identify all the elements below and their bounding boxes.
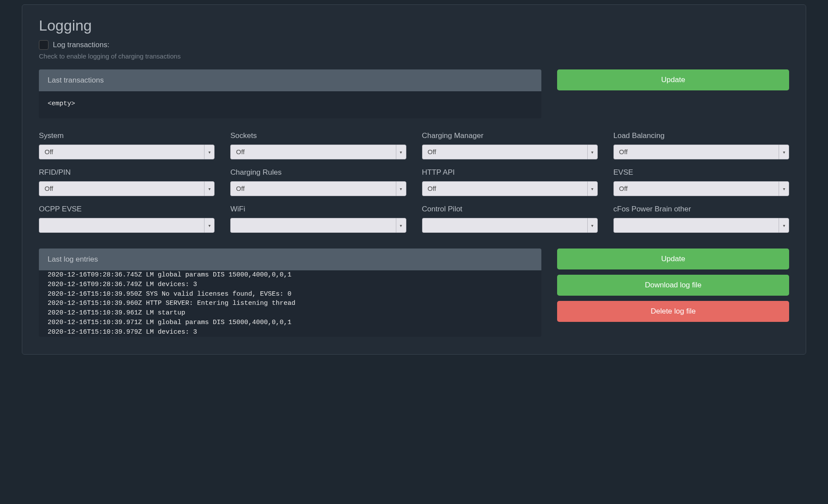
select-group-evse: EVSEOff▾ (613, 168, 789, 196)
select-label: Charging Rules (230, 168, 406, 177)
select-label: Charging Manager (422, 131, 598, 140)
update-log-button[interactable]: Update (557, 249, 789, 269)
select-group-cfos-power-brain-other: cFos Power Brain other▾ (613, 205, 789, 233)
select-group-ocpp-evse: OCPP EVSE▾ (39, 205, 215, 233)
select-label: Sockets (230, 131, 406, 140)
select-label: RFID/PIN (39, 168, 215, 177)
select-value[interactable]: Off (422, 145, 587, 159)
select-group-control-pilot: Control Pilot▾ (422, 205, 598, 233)
select-label: Control Pilot (422, 205, 598, 214)
chevron-down-icon[interactable]: ▾ (396, 181, 406, 196)
select-label: OCPP EVSE (39, 205, 215, 214)
select-control-pilot[interactable]: ▾ (422, 218, 598, 233)
select-value[interactable]: Off (422, 181, 587, 196)
select-system[interactable]: Off▾ (39, 145, 215, 159)
select-group-system: SystemOff▾ (39, 131, 215, 159)
log-level-grid: SystemOff▾SocketsOff▾Charging ManagerOff… (39, 131, 789, 233)
chevron-down-icon[interactable]: ▾ (779, 181, 789, 196)
last-log-header: Last log entries (39, 249, 541, 270)
select-label: EVSE (613, 168, 789, 177)
download-log-button[interactable]: Download log file (557, 275, 789, 296)
select-value[interactable] (613, 218, 779, 233)
select-value[interactable]: Off (613, 181, 779, 196)
select-value[interactable]: Off (230, 181, 395, 196)
chevron-down-icon[interactable]: ▾ (587, 218, 598, 233)
select-charging-rules[interactable]: Off▾ (230, 181, 406, 196)
chevron-down-icon[interactable]: ▾ (204, 218, 215, 233)
chevron-down-icon[interactable]: ▾ (204, 181, 215, 196)
select-rfid-pin[interactable]: Off▾ (39, 181, 215, 196)
select-value[interactable] (422, 218, 587, 233)
select-value[interactable]: Off (613, 145, 779, 159)
select-sockets[interactable]: Off▾ (230, 145, 406, 159)
select-ocpp-evse[interactable]: ▾ (39, 218, 215, 233)
select-value[interactable]: Off (39, 145, 204, 159)
log-line: 2020-12-16T15:10:39.950Z SYS No valid li… (48, 290, 533, 299)
select-http-api[interactable]: Off▾ (422, 181, 598, 196)
log-transactions-checkbox[interactable] (39, 40, 49, 50)
select-charging-manager[interactable]: Off▾ (422, 145, 598, 159)
select-label: HTTP API (422, 168, 598, 177)
logging-panel: Logging Log transactions: Check to enabl… (22, 4, 806, 355)
chevron-down-icon[interactable]: ▾ (587, 145, 598, 159)
chevron-down-icon[interactable]: ▾ (396, 218, 406, 233)
chevron-down-icon[interactable]: ▾ (396, 145, 406, 159)
select-value[interactable]: Off (39, 181, 204, 196)
select-evse[interactable]: Off▾ (613, 181, 789, 196)
select-value[interactable] (230, 218, 395, 233)
select-group-wifi: WiFi▾ (230, 205, 406, 233)
select-label: Load Balancing (613, 131, 789, 140)
select-group-sockets: SocketsOff▾ (230, 131, 406, 159)
chevron-down-icon[interactable]: ▾ (779, 145, 789, 159)
select-label: cFos Power Brain other (613, 205, 789, 214)
log-transactions-row: Log transactions: (39, 40, 789, 50)
log-line: 2020-12-16T15:10:39.979Z LM devices: 3 (48, 328, 533, 337)
select-value[interactable]: Off (230, 145, 395, 159)
last-transactions-body: <empty> (39, 91, 541, 118)
delete-log-button[interactable]: Delete log file (557, 301, 789, 322)
select-group-charging-manager: Charging ManagerOff▾ (422, 131, 598, 159)
chevron-down-icon[interactable]: ▾ (204, 145, 215, 159)
log-line: 2020-12-16T09:28:36.745Z LM global param… (48, 270, 533, 280)
last-log-body[interactable]: 2020-12-16T09:28:36.745Z LM global param… (39, 270, 541, 337)
log-transactions-help: Check to enable logging of charging tran… (39, 52, 789, 60)
chevron-down-icon[interactable]: ▾ (779, 218, 789, 233)
select-label: System (39, 131, 215, 140)
select-cfos-power-brain-other[interactable]: ▾ (613, 218, 789, 233)
select-group-load-balancing: Load BalancingOff▾ (613, 131, 789, 159)
chevron-down-icon[interactable]: ▾ (587, 181, 598, 196)
log-line: 2020-12-16T09:28:36.749Z LM devices: 3 (48, 280, 533, 290)
last-transactions-header: Last transactions (39, 69, 541, 91)
select-group-http-api: HTTP APIOff▾ (422, 168, 598, 196)
page-title: Logging (39, 17, 789, 34)
select-label: WiFi (230, 205, 406, 214)
log-transactions-label: Log transactions: (53, 41, 109, 49)
log-line: 2020-12-16T15:10:39.961Z LM startup (48, 308, 533, 318)
select-load-balancing[interactable]: Off▾ (613, 145, 789, 159)
select-wifi[interactable]: ▾ (230, 218, 406, 233)
log-line: 2020-12-16T15:10:39.960Z HTTP SERVER: En… (48, 299, 533, 308)
log-line: 2020-12-16T15:10:39.971Z LM global param… (48, 318, 533, 328)
select-group-rfid-pin: RFID/PINOff▾ (39, 168, 215, 196)
select-value[interactable] (39, 218, 204, 233)
select-group-charging-rules: Charging RulesOff▾ (230, 168, 406, 196)
update-transactions-button[interactable]: Update (557, 69, 789, 90)
